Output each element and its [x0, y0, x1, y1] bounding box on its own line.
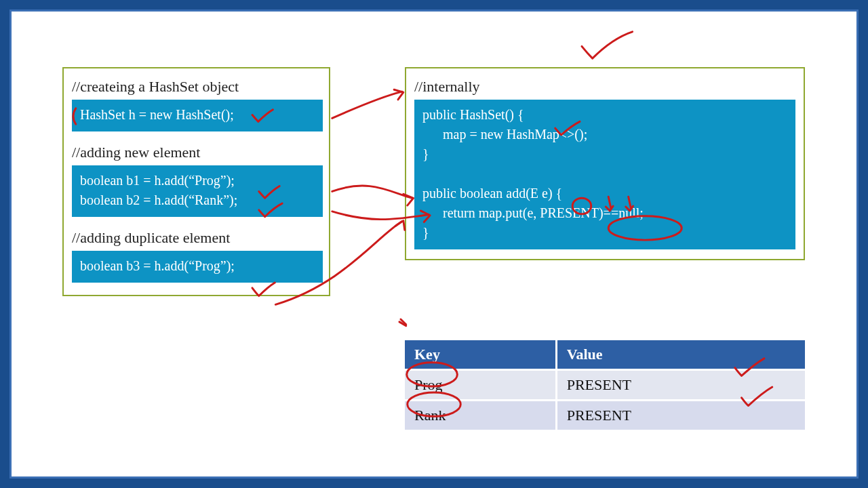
right-code-box: //internally public HashSet() { map = ne… [405, 67, 805, 260]
table-row: Prog PRESENT [405, 370, 805, 401]
slide-frame: //createing a HashSet object HashSet h =… [9, 9, 859, 479]
comment-add-new: //adding new element [72, 144, 321, 161]
table-row: Rank PRESENT [405, 401, 805, 430]
code-create: HashSet h = new HashSet(); [72, 100, 323, 131]
code-add-new: boolean b1 = h.add(“Prog”); boolean b2 =… [72, 165, 323, 217]
code-internal: public HashSet() { map = new HashMap<>()… [414, 100, 795, 249]
table-header-key: Key [405, 340, 556, 370]
comment-create: //createing a HashSet object [72, 78, 321, 96]
left-code-box: //createing a HashSet object HashSet h =… [62, 67, 330, 296]
table-cell-value: PRESENT [556, 401, 805, 430]
comment-internal: //internally [414, 78, 795, 96]
hashmap-table: Key Value Prog PRESENT Rank PRESENT [405, 340, 805, 430]
table-header-value: Value [556, 340, 805, 370]
content-area: //createing a HashSet object HashSet h =… [25, 25, 843, 463]
table-cell-key: Prog [405, 370, 556, 401]
comment-add-dup: //adding duplicate element [72, 229, 321, 247]
table-cell-value: PRESENT [556, 370, 805, 401]
table-cell-key: Rank [405, 401, 556, 430]
code-add-dup: boolean b3 = h.add(“Prog”); [72, 251, 323, 283]
